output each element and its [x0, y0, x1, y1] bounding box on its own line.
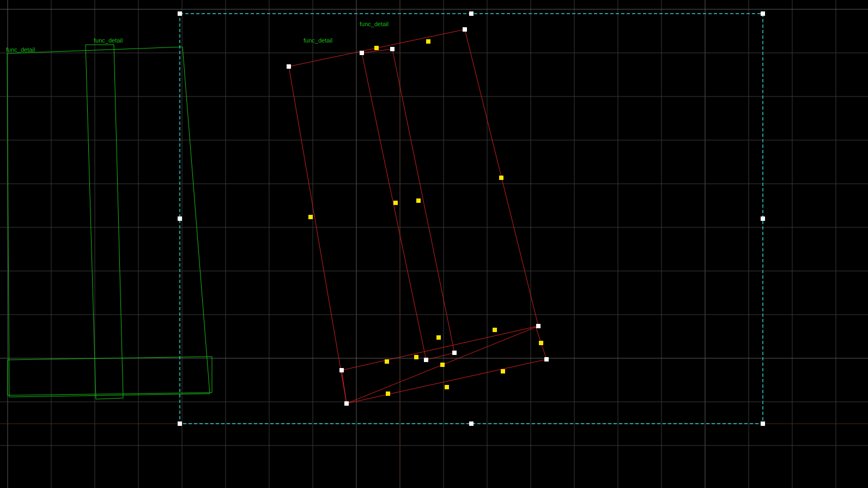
edge-handle[interactable] — [440, 363, 445, 367]
edge-handle[interactable] — [539, 341, 543, 345]
selection-rect[interactable] — [180, 14, 763, 424]
green-slim — [86, 45, 123, 399]
editor-2d-viewport[interactable]: func_detailfunc_detailfunc_detailfunc_de… — [0, 0, 868, 488]
entity-label: func_detail — [304, 37, 332, 44]
vertex-handle[interactable] — [287, 64, 291, 69]
vertex-handle[interactable] — [360, 51, 364, 55]
grid — [0, 0, 868, 488]
edge-handle[interactable] — [414, 355, 418, 359]
origin-axes — [0, 0, 868, 488]
vertex-handle[interactable] — [469, 11, 474, 16]
edge-handle[interactable] — [386, 391, 390, 396]
vertex-handles[interactable] — [178, 11, 765, 426]
edge-handle[interactable] — [426, 39, 430, 44]
vertex-handle[interactable] — [536, 324, 541, 328]
red-slim[interactable] — [362, 49, 454, 360]
red-brush-group[interactable] — [289, 29, 547, 403]
green-bottom-bar — [8, 357, 212, 395]
vertex-handle[interactable] — [178, 421, 182, 426]
vertex-handle[interactable] — [469, 421, 474, 426]
vertex-handle[interactable] — [178, 216, 182, 221]
green-brush-group — [7, 45, 212, 399]
selection-box[interactable] — [180, 14, 763, 424]
edge-handle[interactable] — [501, 369, 505, 373]
vertex-handle[interactable] — [339, 368, 344, 372]
entity-label: func_detail — [94, 37, 123, 44]
vertex-handle[interactable] — [344, 401, 349, 406]
red-big[interactable] — [289, 29, 538, 403]
vertex-handle[interactable] — [544, 357, 549, 362]
vertex-handle[interactable] — [452, 351, 457, 355]
edge-handle[interactable] — [308, 215, 313, 219]
edge-handle[interactable] — [499, 176, 503, 180]
edge-handle[interactable] — [445, 385, 449, 389]
edge-handle[interactable] — [416, 198, 421, 203]
green-big — [7, 47, 210, 397]
entity-label: func_detail — [360, 21, 389, 27]
edge-handle[interactable] — [374, 46, 379, 50]
edge-handle[interactable] — [493, 328, 497, 332]
vertex-handle[interactable] — [178, 11, 182, 16]
vertex-handle[interactable] — [463, 27, 467, 32]
entity-labels: func_detailfunc_detailfunc_detailfunc_de… — [6, 21, 389, 53]
entity-label: func_detail — [6, 46, 35, 53]
edge-handle[interactable] — [393, 201, 398, 205]
edge-handles[interactable] — [308, 39, 543, 396]
vertex-handle[interactable] — [390, 47, 394, 51]
edge-handle[interactable] — [385, 359, 389, 364]
edge-handle[interactable] — [436, 335, 441, 340]
vertex-handle[interactable] — [761, 11, 765, 16]
vertex-handle[interactable] — [761, 216, 765, 221]
vertex-handle[interactable] — [761, 421, 765, 426]
vertex-handle[interactable] — [424, 358, 428, 362]
